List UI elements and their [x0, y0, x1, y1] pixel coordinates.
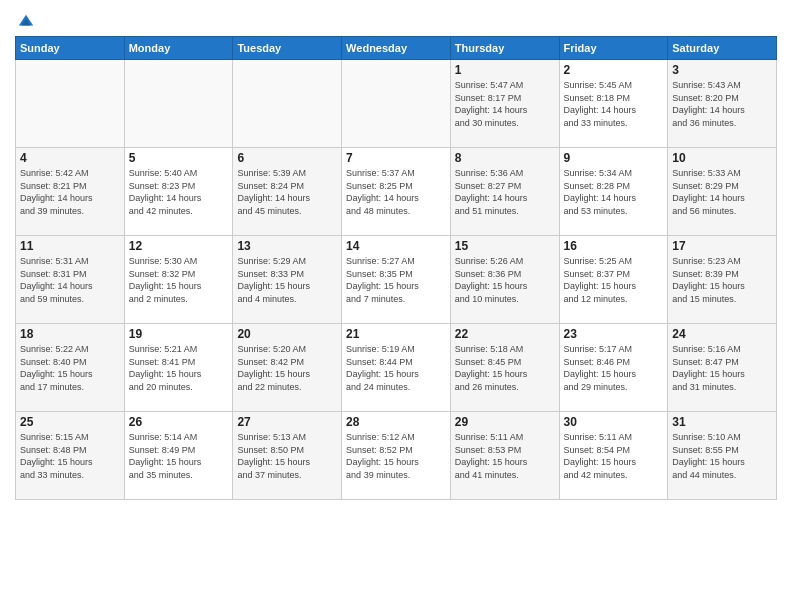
day-number: 23 — [564, 327, 664, 341]
day-header-monday: Monday — [124, 37, 233, 60]
day-cell: 31Sunrise: 5:10 AM Sunset: 8:55 PM Dayli… — [668, 412, 777, 500]
day-number: 3 — [672, 63, 772, 77]
day-cell: 9Sunrise: 5:34 AM Sunset: 8:28 PM Daylig… — [559, 148, 668, 236]
day-header-saturday: Saturday — [668, 37, 777, 60]
day-number: 15 — [455, 239, 555, 253]
day-cell: 14Sunrise: 5:27 AM Sunset: 8:35 PM Dayli… — [342, 236, 451, 324]
day-content: Sunrise: 5:33 AM Sunset: 8:29 PM Dayligh… — [672, 167, 772, 217]
day-header-friday: Friday — [559, 37, 668, 60]
day-content: Sunrise: 5:19 AM Sunset: 8:44 PM Dayligh… — [346, 343, 446, 393]
day-content: Sunrise: 5:43 AM Sunset: 8:20 PM Dayligh… — [672, 79, 772, 129]
week-row-3: 11Sunrise: 5:31 AM Sunset: 8:31 PM Dayli… — [16, 236, 777, 324]
day-cell — [124, 60, 233, 148]
day-header-tuesday: Tuesday — [233, 37, 342, 60]
week-row-2: 4Sunrise: 5:42 AM Sunset: 8:21 PM Daylig… — [16, 148, 777, 236]
day-content: Sunrise: 5:30 AM Sunset: 8:32 PM Dayligh… — [129, 255, 229, 305]
day-content: Sunrise: 5:29 AM Sunset: 8:33 PM Dayligh… — [237, 255, 337, 305]
day-content: Sunrise: 5:36 AM Sunset: 8:27 PM Dayligh… — [455, 167, 555, 217]
day-cell: 25Sunrise: 5:15 AM Sunset: 8:48 PM Dayli… — [16, 412, 125, 500]
day-number: 20 — [237, 327, 337, 341]
day-number: 17 — [672, 239, 772, 253]
day-content: Sunrise: 5:25 AM Sunset: 8:37 PM Dayligh… — [564, 255, 664, 305]
day-cell: 3Sunrise: 5:43 AM Sunset: 8:20 PM Daylig… — [668, 60, 777, 148]
header — [15, 10, 777, 30]
day-content: Sunrise: 5:22 AM Sunset: 8:40 PM Dayligh… — [20, 343, 120, 393]
day-number: 16 — [564, 239, 664, 253]
day-content: Sunrise: 5:18 AM Sunset: 8:45 PM Dayligh… — [455, 343, 555, 393]
day-cell: 27Sunrise: 5:13 AM Sunset: 8:50 PM Dayli… — [233, 412, 342, 500]
day-number: 26 — [129, 415, 229, 429]
day-number: 24 — [672, 327, 772, 341]
day-content: Sunrise: 5:20 AM Sunset: 8:42 PM Dayligh… — [237, 343, 337, 393]
day-content: Sunrise: 5:16 AM Sunset: 8:47 PM Dayligh… — [672, 343, 772, 393]
day-cell: 19Sunrise: 5:21 AM Sunset: 8:41 PM Dayli… — [124, 324, 233, 412]
day-number: 29 — [455, 415, 555, 429]
logo-text — [15, 10, 35, 30]
day-cell: 26Sunrise: 5:14 AM Sunset: 8:49 PM Dayli… — [124, 412, 233, 500]
logo-icon — [17, 12, 35, 30]
day-cell: 8Sunrise: 5:36 AM Sunset: 8:27 PM Daylig… — [450, 148, 559, 236]
day-number: 25 — [20, 415, 120, 429]
day-cell: 24Sunrise: 5:16 AM Sunset: 8:47 PM Dayli… — [668, 324, 777, 412]
day-content: Sunrise: 5:26 AM Sunset: 8:36 PM Dayligh… — [455, 255, 555, 305]
logo — [15, 10, 35, 30]
day-content: Sunrise: 5:45 AM Sunset: 8:18 PM Dayligh… — [564, 79, 664, 129]
day-number: 2 — [564, 63, 664, 77]
day-number: 7 — [346, 151, 446, 165]
day-number: 22 — [455, 327, 555, 341]
day-number: 1 — [455, 63, 555, 77]
day-content: Sunrise: 5:23 AM Sunset: 8:39 PM Dayligh… — [672, 255, 772, 305]
day-number: 28 — [346, 415, 446, 429]
day-cell: 4Sunrise: 5:42 AM Sunset: 8:21 PM Daylig… — [16, 148, 125, 236]
day-content: Sunrise: 5:47 AM Sunset: 8:17 PM Dayligh… — [455, 79, 555, 129]
day-cell: 29Sunrise: 5:11 AM Sunset: 8:53 PM Dayli… — [450, 412, 559, 500]
day-cell: 17Sunrise: 5:23 AM Sunset: 8:39 PM Dayli… — [668, 236, 777, 324]
week-row-5: 25Sunrise: 5:15 AM Sunset: 8:48 PM Dayli… — [16, 412, 777, 500]
day-number: 19 — [129, 327, 229, 341]
day-cell: 13Sunrise: 5:29 AM Sunset: 8:33 PM Dayli… — [233, 236, 342, 324]
day-cell: 12Sunrise: 5:30 AM Sunset: 8:32 PM Dayli… — [124, 236, 233, 324]
day-number: 10 — [672, 151, 772, 165]
day-number: 12 — [129, 239, 229, 253]
day-content: Sunrise: 5:15 AM Sunset: 8:48 PM Dayligh… — [20, 431, 120, 481]
day-cell: 21Sunrise: 5:19 AM Sunset: 8:44 PM Dayli… — [342, 324, 451, 412]
page: SundayMondayTuesdayWednesdayThursdayFrid… — [0, 0, 792, 612]
header-row: SundayMondayTuesdayWednesdayThursdayFrid… — [16, 37, 777, 60]
day-content: Sunrise: 5:11 AM Sunset: 8:54 PM Dayligh… — [564, 431, 664, 481]
day-header-wednesday: Wednesday — [342, 37, 451, 60]
day-content: Sunrise: 5:34 AM Sunset: 8:28 PM Dayligh… — [564, 167, 664, 217]
day-cell: 28Sunrise: 5:12 AM Sunset: 8:52 PM Dayli… — [342, 412, 451, 500]
day-number: 13 — [237, 239, 337, 253]
day-cell: 15Sunrise: 5:26 AM Sunset: 8:36 PM Dayli… — [450, 236, 559, 324]
day-number: 14 — [346, 239, 446, 253]
day-content: Sunrise: 5:42 AM Sunset: 8:21 PM Dayligh… — [20, 167, 120, 217]
day-number: 21 — [346, 327, 446, 341]
day-content: Sunrise: 5:21 AM Sunset: 8:41 PM Dayligh… — [129, 343, 229, 393]
day-cell: 1Sunrise: 5:47 AM Sunset: 8:17 PM Daylig… — [450, 60, 559, 148]
day-content: Sunrise: 5:14 AM Sunset: 8:49 PM Dayligh… — [129, 431, 229, 481]
day-cell: 10Sunrise: 5:33 AM Sunset: 8:29 PM Dayli… — [668, 148, 777, 236]
day-content: Sunrise: 5:39 AM Sunset: 8:24 PM Dayligh… — [237, 167, 337, 217]
calendar-table: SundayMondayTuesdayWednesdayThursdayFrid… — [15, 36, 777, 500]
day-header-sunday: Sunday — [16, 37, 125, 60]
day-content: Sunrise: 5:11 AM Sunset: 8:53 PM Dayligh… — [455, 431, 555, 481]
day-cell: 18Sunrise: 5:22 AM Sunset: 8:40 PM Dayli… — [16, 324, 125, 412]
week-row-1: 1Sunrise: 5:47 AM Sunset: 8:17 PM Daylig… — [16, 60, 777, 148]
day-number: 9 — [564, 151, 664, 165]
day-cell — [16, 60, 125, 148]
day-content: Sunrise: 5:13 AM Sunset: 8:50 PM Dayligh… — [237, 431, 337, 481]
day-cell: 23Sunrise: 5:17 AM Sunset: 8:46 PM Dayli… — [559, 324, 668, 412]
day-content: Sunrise: 5:17 AM Sunset: 8:46 PM Dayligh… — [564, 343, 664, 393]
day-number: 11 — [20, 239, 120, 253]
day-content: Sunrise: 5:12 AM Sunset: 8:52 PM Dayligh… — [346, 431, 446, 481]
day-number: 27 — [237, 415, 337, 429]
day-cell: 2Sunrise: 5:45 AM Sunset: 8:18 PM Daylig… — [559, 60, 668, 148]
day-cell: 16Sunrise: 5:25 AM Sunset: 8:37 PM Dayli… — [559, 236, 668, 324]
day-cell: 20Sunrise: 5:20 AM Sunset: 8:42 PM Dayli… — [233, 324, 342, 412]
day-cell: 6Sunrise: 5:39 AM Sunset: 8:24 PM Daylig… — [233, 148, 342, 236]
day-cell: 7Sunrise: 5:37 AM Sunset: 8:25 PM Daylig… — [342, 148, 451, 236]
day-cell — [233, 60, 342, 148]
day-content: Sunrise: 5:31 AM Sunset: 8:31 PM Dayligh… — [20, 255, 120, 305]
day-cell: 5Sunrise: 5:40 AM Sunset: 8:23 PM Daylig… — [124, 148, 233, 236]
day-cell — [342, 60, 451, 148]
